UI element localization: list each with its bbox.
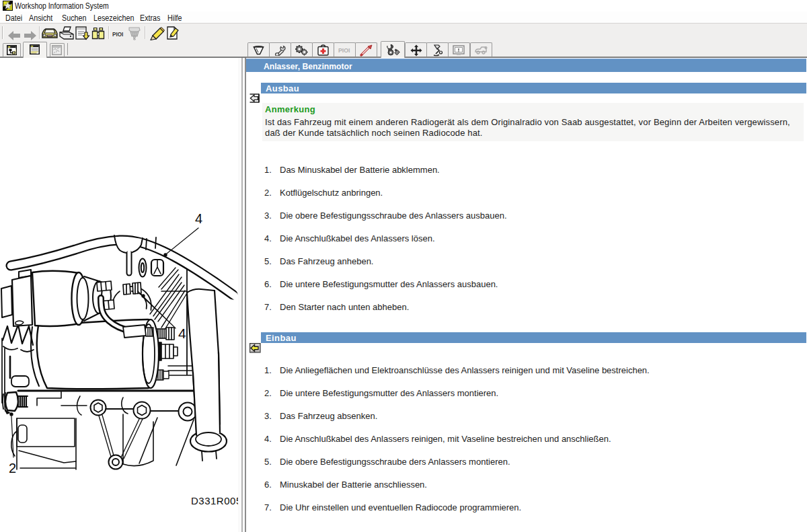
svg-text:4: 4 [178, 326, 186, 341]
svg-text:2: 2 [9, 461, 16, 476]
svg-text:4: 4 [195, 211, 202, 226]
svg-text:D331R005: D331R005 [191, 495, 238, 506]
